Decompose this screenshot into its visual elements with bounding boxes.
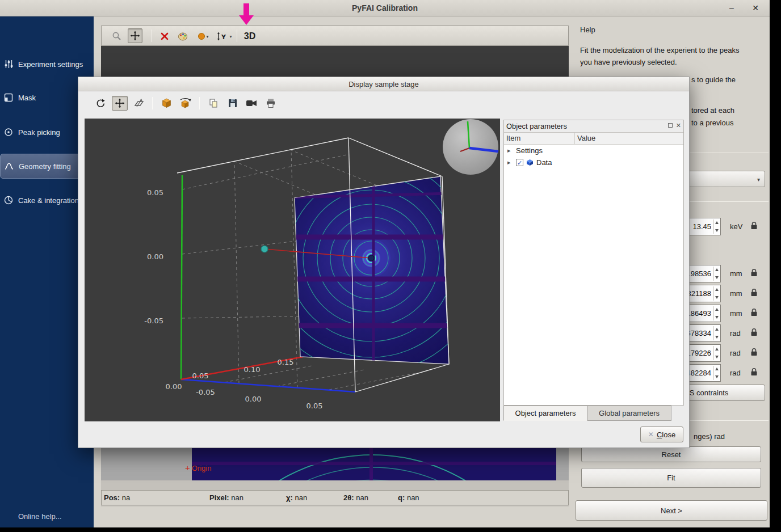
svg-text:0.00: 0.00 xyxy=(166,382,182,391)
spin-down-icon[interactable] xyxy=(715,229,719,232)
object-parameters-panel: Object parameters ✕ Item Value ▸ Setting… xyxy=(503,120,684,406)
y-axis-orientation-button[interactable]: Y ▾ xyxy=(214,30,234,43)
copy-button[interactable] xyxy=(205,96,221,111)
param-lock-button[interactable] xyxy=(750,328,758,339)
next-button[interactable]: Next > xyxy=(576,500,767,521)
record-video-button[interactable] xyxy=(243,96,259,111)
print-button[interactable] xyxy=(263,96,279,111)
sidebar-item-label: Experiment settings xyxy=(18,60,83,69)
title-bar: PyFAI Calibration – ✕ xyxy=(0,0,770,16)
target-icon xyxy=(3,127,14,137)
padlock-icon xyxy=(750,221,758,230)
help-text-fragment: tored at each xyxy=(691,106,734,115)
svg-text:-0.05: -0.05 xyxy=(196,388,215,396)
padlock-icon xyxy=(750,308,758,316)
beam-center-marker xyxy=(368,255,374,261)
toolbar-separator xyxy=(199,97,200,109)
spin-buttons[interactable] xyxy=(713,346,720,360)
orientation-indicator xyxy=(443,119,498,175)
energy-lock-button[interactable] xyxy=(750,221,758,232)
dialog-close-button[interactable]: ✕ Close xyxy=(640,427,683,442)
param-lock-button[interactable] xyxy=(750,368,758,378)
column-value[interactable]: Value xyxy=(575,133,683,144)
spin-up-icon[interactable] xyxy=(715,221,719,224)
status-q: q: nan xyxy=(398,493,419,502)
svg-text:-0.05: -0.05 xyxy=(144,316,163,325)
spin-buttons[interactable] xyxy=(713,219,720,234)
dialog-toolbar xyxy=(78,91,689,114)
padlock-icon xyxy=(750,348,758,356)
param-value: 186493 xyxy=(687,309,711,318)
tab-object-parameters[interactable]: Object parameters xyxy=(503,406,587,421)
svg-text:0.05: 0.05 xyxy=(306,402,323,410)
sidebar-item-label: Geometry fitting xyxy=(19,162,71,171)
colormap-button[interactable] xyxy=(175,30,190,43)
param-value: 482284 xyxy=(687,369,711,377)
param-value: 198536 xyxy=(687,269,711,278)
main-toolbar: ▾ Y ▾ 3D xyxy=(101,26,569,46)
panel-title: Object parameters xyxy=(506,122,567,130)
tree-row-data[interactable]: ▸ ✓ Data xyxy=(504,157,683,168)
float-panel-icon[interactable] xyxy=(668,123,673,128)
param-lock-button[interactable] xyxy=(750,348,758,358)
data-visibility-checkbox[interactable]: ✓ xyxy=(516,159,523,166)
expander-icon[interactable]: ▸ xyxy=(507,159,513,166)
spin-buttons[interactable] xyxy=(713,366,720,380)
sidebar-item-experiment-settings[interactable]: Experiment settings xyxy=(0,52,94,77)
spin-buttons[interactable] xyxy=(713,306,720,320)
dialog-title: Display sample stage xyxy=(348,80,419,88)
spin-buttons[interactable] xyxy=(713,267,720,281)
pan-arrows-icon xyxy=(130,31,140,41)
tree-row-label: Settings xyxy=(516,146,543,155)
panel-header: Object parameters ✕ xyxy=(504,120,683,133)
padlock-icon xyxy=(750,368,758,376)
param-unit: mm xyxy=(730,309,742,318)
help-text-fragment: to a previous xyxy=(691,119,733,127)
tab-global-parameters[interactable]: Global parameters xyxy=(587,406,671,421)
close-window-button[interactable]: ✕ xyxy=(749,2,762,14)
close-panel-icon[interactable]: ✕ xyxy=(676,123,681,128)
plane-select-button[interactable] xyxy=(131,96,147,111)
spin-buttons[interactable] xyxy=(713,286,720,301)
marker-style-button[interactable]: ▾ xyxy=(194,30,212,43)
reset-button[interactable]: Reset xyxy=(581,446,761,462)
param-lock-button[interactable] xyxy=(750,308,758,319)
svg-text:0.05: 0.05 xyxy=(192,371,209,380)
y-axis-icon: Y xyxy=(216,32,229,41)
curve-icon xyxy=(4,161,14,171)
tree-body: ▸ Settings ▸ ✓ Data xyxy=(504,145,683,405)
param-value: 179226 xyxy=(687,349,711,357)
tree-row-settings[interactable]: ▸ Settings xyxy=(504,145,683,157)
svg-text:0.05: 0.05 xyxy=(147,188,163,197)
fit-button[interactable]: Fit xyxy=(581,468,761,488)
3d-viewport[interactable]: 0.05 0.00 -0.05 0.00 0.05 0.10 0.15 -0.0… xyxy=(85,119,500,421)
param-unit: rad xyxy=(730,329,741,337)
status-chi: χ: nan xyxy=(286,493,307,502)
ranges-text-fragment: nges) rad xyxy=(694,432,725,441)
help-title: Help xyxy=(580,26,595,34)
clear-button[interactable] xyxy=(157,30,172,43)
param-unit: rad xyxy=(730,349,741,357)
dropdown-caret-icon: ▾ xyxy=(229,34,232,39)
svg-text:Y: Y xyxy=(221,33,226,41)
param-unit: rad xyxy=(730,369,741,377)
zoom-tool-button[interactable] xyxy=(110,30,124,43)
rotate-scene-button[interactable] xyxy=(177,96,195,111)
bounding-box-button[interactable] xyxy=(158,96,174,111)
param-lock-button[interactable] xyxy=(750,288,758,299)
pan-view-button[interactable] xyxy=(112,96,128,111)
status-pos: Pos: na xyxy=(104,493,130,502)
expander-icon[interactable]: ▸ xyxy=(507,147,513,154)
red-cross-icon xyxy=(160,32,169,41)
padlock-icon xyxy=(750,328,758,336)
rotate-view-button[interactable] xyxy=(93,96,108,111)
magnifier-icon xyxy=(112,31,122,41)
3d-visualization-button[interactable]: 3D xyxy=(241,30,258,43)
save-button[interactable] xyxy=(225,96,241,111)
pan-tool-button[interactable] xyxy=(128,28,142,43)
minimize-button[interactable]: – xyxy=(725,2,738,14)
column-item[interactable]: Item xyxy=(504,133,575,144)
online-help-link[interactable]: Online help... xyxy=(18,512,62,521)
spin-buttons[interactable] xyxy=(713,326,720,340)
param-lock-button[interactable] xyxy=(750,268,758,279)
